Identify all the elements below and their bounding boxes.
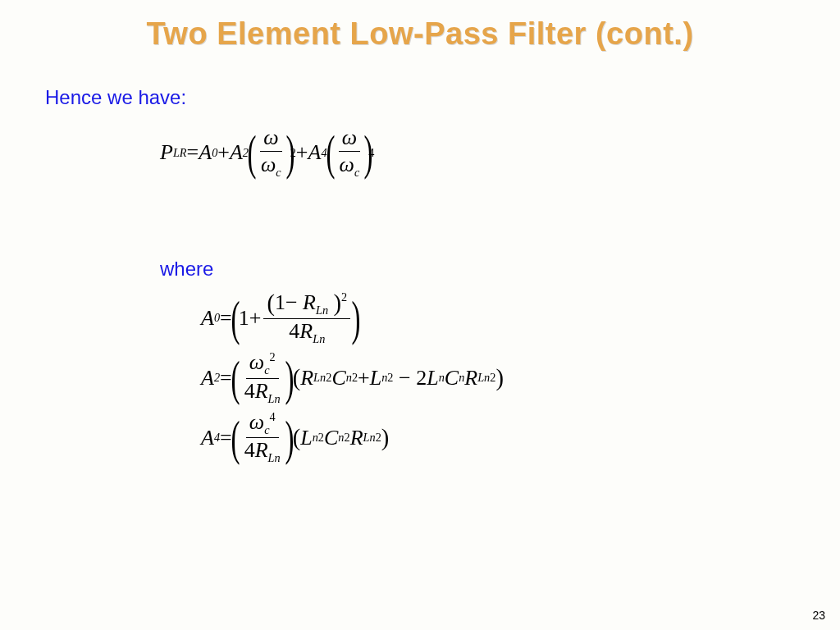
- equation-a4: A4 = ( ωc4 4RLn ) ( Ln2 Cn2 RLn2 ): [201, 411, 840, 466]
- equation-plr: PLR = A0 + A2 ( ω ωc )2 + A4 ( ω ωc )4: [160, 126, 840, 180]
- where-label: where: [160, 258, 840, 281]
- equation-a0: A0 = ( 1+ (1− RLn )2 4RLn ): [201, 290, 840, 346]
- slide-title: Two Element Low-Pass Filter (cont.): [0, 0, 840, 52]
- intro-text: Hence we have:: [45, 86, 840, 109]
- equation-coefficients: A0 = ( 1+ (1− RLn )2 4RLn ) A2 = ( ωc2 4…: [201, 290, 840, 465]
- page-number: 23: [812, 609, 825, 622]
- equation-a2: A2 = ( ωc2 4RLn ) ( RLn2 Cn2 + Ln2 − 2 L…: [201, 351, 840, 406]
